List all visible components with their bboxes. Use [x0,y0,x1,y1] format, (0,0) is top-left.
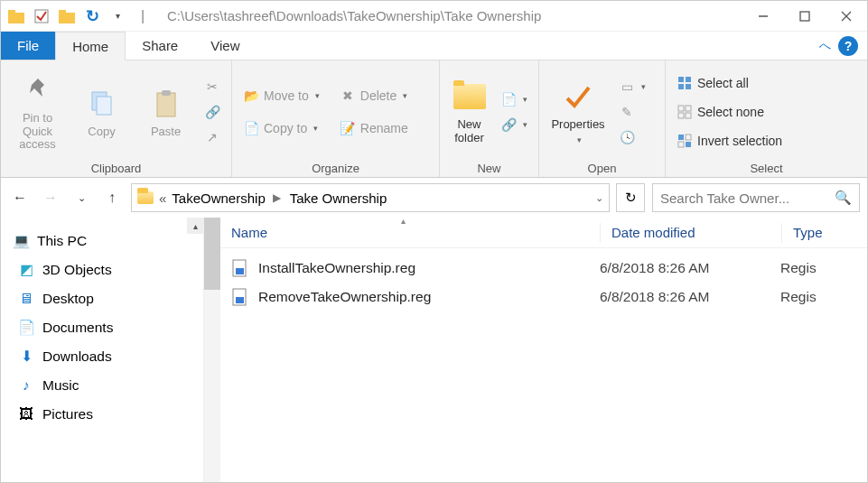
address-dropdown[interactable]: ⌄ [595,192,603,204]
tree-music[interactable]: ♪Music [6,371,198,400]
chevron-down-icon: ▾ [523,120,527,129]
chevron-down-icon: ▾ [523,95,527,104]
file-row[interactable]: RemoveTakeOwnership.reg 6/8/2018 8:26 AM… [220,283,867,311]
breadcrumb-overflow[interactable]: « [159,190,166,206]
move-to-button[interactable]: 📂Move to▾ [239,84,323,107]
svg-rect-10 [97,97,111,115]
address-bar[interactable]: « TakeOwnership▶ Take Ownership ⌄ [131,183,610,212]
group-open-label: Open [546,160,658,175]
copy-to-button[interactable]: 📄Copy to▾ [239,116,323,140]
col-date[interactable]: Date modified [601,225,781,240]
tree-documents[interactable]: 📄Documents [6,313,198,342]
pin-quick-access-button[interactable]: Pin to Quick access [8,72,67,153]
checkbox-icon[interactable] [32,6,51,26]
select-none-button[interactable]: Select none [673,100,786,124]
chevron-down-icon[interactable]: ▾ [107,6,127,26]
link-icon: 🔗 [500,116,517,133]
tab-view[interactable]: View [194,32,256,60]
document-icon: 📄 [17,319,35,337]
new-folder-button[interactable]: New folder [447,79,491,145]
search-input[interactable]: Search Take Owner... 🔍 [652,183,860,212]
back-button[interactable]: ← [8,186,32,209]
tree-pictures[interactable]: 🖼Pictures [6,400,198,429]
reg-file-icon [231,288,249,306]
chevron-right-icon[interactable]: ▶ [273,191,281,204]
title-bar: ↻ ▾ | C:\Users\tashreef\Downloads\TakeOw… [1,1,867,32]
path-icon: 🔗 [204,104,220,120]
svg-rect-18 [686,106,691,111]
collapse-ribbon-icon[interactable]: へ [819,38,831,54]
svg-rect-3 [59,13,75,23]
paste-shortcut-button[interactable]: ↗ [201,125,224,149]
tab-file[interactable]: File [1,32,55,60]
new-item-button[interactable]: 📄▾ [497,88,531,111]
edit-icon: ✎ [619,104,635,120]
svg-rect-6 [800,12,809,21]
file-row[interactable]: InstallTakeOwnership.reg 6/8/2018 8:26 A… [220,254,867,283]
copy-path-button[interactable]: 🔗 [201,100,224,124]
chevron-down-icon: ▾ [641,82,646,91]
edit-button[interactable]: ✎ [615,100,649,124]
tree-scroll-up[interactable]: ▴ [187,218,203,234]
copy-to-icon: 📄 [243,120,259,136]
svg-rect-15 [678,84,684,89]
folder-icon [57,6,77,26]
rename-button[interactable]: 📝Rename [336,116,412,140]
ribbon: Pin to Quick access Copy Paste ✂ 🔗 ↗ Cli… [1,60,867,178]
easy-access-button[interactable]: 🔗▾ [497,113,531,136]
select-none-icon [677,104,693,120]
group-select-label: Select [673,160,860,175]
pictures-icon: 🖼 [17,405,35,423]
chevron-down-icon: ▾ [313,124,318,133]
svg-rect-16 [686,84,691,89]
crumb-take-ownership[interactable]: Take Ownership [290,190,387,206]
svg-rect-13 [678,77,684,82]
col-name[interactable]: Name [220,225,600,240]
svg-rect-21 [678,135,684,140]
refresh-button[interactable]: ↻ [616,183,645,212]
group-organize-label: Organize [239,160,432,175]
copy-icon [84,86,120,122]
copy-button[interactable]: Copy [72,86,131,139]
tree-3d-objects[interactable]: ◩3D Objects [6,255,198,284]
tab-share[interactable]: Share [126,32,194,60]
forward-button[interactable]: → [39,186,62,209]
column-headers: ▴ Name Date modified Type [220,218,867,248]
crumb-takeownership[interactable]: TakeOwnership [172,190,265,206]
open-button[interactable]: ▭▾ [615,75,649,98]
recent-dropdown[interactable]: ⌄ [70,186,93,209]
redo-icon[interactable]: ↻ [82,6,102,26]
maximize-button[interactable] [784,3,826,30]
search-icon: 🔍 [835,190,852,206]
new-item-icon: 📄 [500,91,517,107]
history-button[interactable]: 🕓 [615,125,649,149]
chevron-down-icon: ▾ [403,91,407,100]
invert-selection-button[interactable]: Invert selection [673,129,786,153]
svg-rect-14 [686,77,691,82]
delete-button[interactable]: ✖Delete▾ [336,84,412,107]
minimize-button[interactable] [742,3,784,30]
qat-separator: | [133,6,153,26]
file-list: ▴ Name Date modified Type InstallTakeOwn… [220,218,867,483]
tree-this-pc[interactable]: 💻 This PC [6,227,198,255]
tree-desktop[interactable]: 🖥Desktop [6,284,198,313]
svg-rect-12 [162,90,171,96]
close-button[interactable] [826,3,867,30]
col-type[interactable]: Type [782,225,867,240]
tree-downloads[interactable]: ⬇Downloads [6,342,198,371]
tab-home[interactable]: Home [55,32,126,60]
cube-icon: ◩ [17,261,35,279]
select-all-button[interactable]: Select all [673,71,786,95]
svg-rect-17 [678,106,684,111]
properties-button[interactable]: Properties ▾ [546,79,610,144]
desktop-icon: 🖥 [17,290,35,308]
help-button[interactable]: ? [838,36,858,56]
group-new-label: New [447,160,531,175]
paste-button[interactable]: Paste [136,86,195,139]
tree-scrollbar[interactable] [204,218,220,483]
up-button[interactable]: ↑ [100,186,124,209]
download-icon: ⬇ [17,348,35,366]
cut-button[interactable]: ✂ [201,75,224,98]
svg-rect-23 [678,142,684,147]
navigation-tree[interactable]: ▴ 💻 This PC ◩3D Objects 🖥Desktop 📄Docume… [1,218,204,483]
